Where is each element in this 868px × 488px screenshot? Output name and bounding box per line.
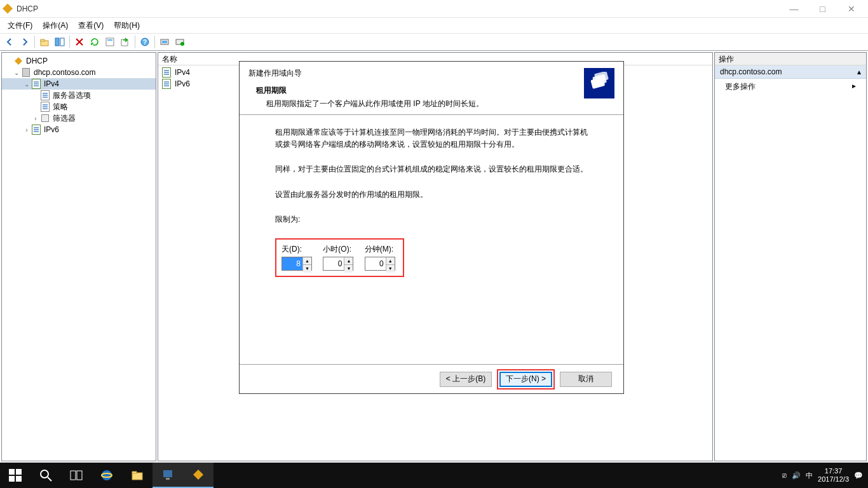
ime-indicator[interactable]: 中 xyxy=(806,471,813,480)
ipv4-icon xyxy=(162,67,172,78)
svg-point-12 xyxy=(180,42,184,46)
task-view-button[interactable] xyxy=(61,463,92,488)
tree-server-options-label: 服务器选项 xyxy=(53,90,91,101)
svg-rect-19 xyxy=(16,476,22,482)
wizard-para2: 同样，对于主要由位置固定的台式计算机组成的稳定网络来说，设置较长的租用期限更合适… xyxy=(275,163,588,175)
back-button[interactable]: < 上一步(B) xyxy=(440,372,492,387)
expander-icon[interactable]: ⌄ xyxy=(22,81,31,88)
delete-button[interactable] xyxy=(72,35,86,49)
export-button[interactable] xyxy=(118,35,132,49)
next-button[interactable]: 下一步(N) > xyxy=(499,372,552,387)
actions-panel: 操作 dhcp.contoso.com ▴ 更多操作 ▸ xyxy=(714,52,867,461)
tree-ipv6[interactable]: › IPv6 xyxy=(2,124,156,135)
svg-rect-18 xyxy=(9,476,15,482)
svg-rect-2 xyxy=(55,38,59,46)
menu-help[interactable]: 帮助(H) xyxy=(109,19,145,32)
start-button[interactable] xyxy=(0,463,31,488)
wizard-subtitle: 租用期限 xyxy=(256,85,584,96)
tree-panel: DHCP ⌄ dhcp.contoso.com ⌄ IPv4 服务器选项 策略 … xyxy=(1,52,156,461)
expander-icon[interactable]: › xyxy=(31,115,40,122)
tray-icon[interactable]: ⎚ xyxy=(782,471,787,479)
svg-rect-29 xyxy=(166,478,170,480)
expander-icon[interactable]: › xyxy=(22,126,31,133)
back-button[interactable] xyxy=(3,35,17,49)
days-down[interactable]: ▼ xyxy=(303,265,311,272)
hours-down[interactable]: ▼ xyxy=(344,265,353,272)
minimize-button[interactable]: — xyxy=(780,0,808,18)
svg-rect-27 xyxy=(132,471,137,473)
title-bar: DHCP — □ ✕ xyxy=(0,0,868,18)
minutes-down[interactable]: ▼ xyxy=(386,265,395,272)
ipv6-icon xyxy=(31,125,41,135)
refresh-button[interactable] xyxy=(88,35,102,49)
hours-up[interactable]: ▲ xyxy=(344,257,353,265)
tree-server-options[interactable]: 服务器选项 xyxy=(2,90,156,101)
notification-icon[interactable]: 💬 xyxy=(854,471,863,480)
menu-file[interactable]: 文件(F) xyxy=(3,19,37,32)
up-button[interactable] xyxy=(37,35,51,49)
menu-view[interactable]: 查看(V) xyxy=(73,19,109,32)
tree-ipv6-label: IPv6 xyxy=(44,125,59,134)
actions-more-label: 更多操作 xyxy=(725,81,756,92)
server-manager-button[interactable] xyxy=(153,463,183,488)
dhcp-app-button[interactable] xyxy=(183,463,214,488)
tree-filters[interactable]: › 筛选器 xyxy=(2,112,156,124)
close-button[interactable]: ✕ xyxy=(837,0,865,18)
search-button[interactable] xyxy=(31,463,61,488)
show-hide-button[interactable] xyxy=(53,35,67,49)
hours-spinner[interactable]: ▲▼ xyxy=(323,257,353,271)
ipv6-icon xyxy=(162,79,172,89)
forward-button[interactable] xyxy=(18,35,32,49)
svg-rect-4 xyxy=(106,38,114,46)
taskbar: ⎚ 🔊 中 17:37 2017/12/3 💬 xyxy=(0,463,868,488)
svg-rect-17 xyxy=(16,469,22,475)
svg-rect-3 xyxy=(60,38,64,46)
window-title: DHCP xyxy=(17,4,780,13)
tree-server[interactable]: ⌄ dhcp.contoso.com xyxy=(2,67,156,78)
days-up[interactable]: ▲ xyxy=(303,257,311,265)
hours-input[interactable] xyxy=(323,257,344,270)
svg-text:?: ? xyxy=(143,39,147,46)
svg-rect-16 xyxy=(9,469,15,475)
clock[interactable]: 17:37 2017/12/3 xyxy=(818,467,849,484)
minutes-input[interactable] xyxy=(365,257,386,270)
days-spinner[interactable]: ▲▼ xyxy=(281,257,312,271)
help-button[interactable]: ? xyxy=(138,35,152,49)
svg-point-24 xyxy=(102,470,112,480)
actions-more[interactable]: 更多操作 ▸ xyxy=(715,79,866,95)
tree-policies[interactable]: 策略 xyxy=(2,101,156,112)
tree-server-label: dhcp.contoso.com xyxy=(34,68,95,77)
tree-ipv4[interactable]: ⌄ IPv4 xyxy=(2,78,156,90)
svg-rect-5 xyxy=(107,39,112,41)
svg-rect-22 xyxy=(71,471,76,480)
maximize-button[interactable]: □ xyxy=(808,0,837,18)
svg-rect-28 xyxy=(163,470,172,477)
svg-rect-26 xyxy=(132,473,142,480)
days-input[interactable] xyxy=(282,257,302,270)
properties-button[interactable] xyxy=(103,35,117,49)
dhcp-tool-1[interactable] xyxy=(158,35,172,49)
ipv4-icon xyxy=(31,79,41,89)
dhcp-tool-2[interactable] xyxy=(173,35,187,49)
ie-button[interactable] xyxy=(92,463,122,488)
svg-point-20 xyxy=(41,470,48,478)
sound-icon[interactable]: 🔊 xyxy=(792,471,801,480)
actions-header: 操作 xyxy=(715,53,866,65)
svg-line-21 xyxy=(48,477,51,481)
minutes-up[interactable]: ▲ xyxy=(386,257,395,265)
list-item-label: IPv4 xyxy=(175,68,190,77)
dhcp-icon xyxy=(13,56,24,66)
actions-section[interactable]: dhcp.contoso.com ▴ xyxy=(715,65,866,79)
tree-policies-label: 策略 xyxy=(53,102,68,112)
expander-icon[interactable]: ⌄ xyxy=(12,69,21,76)
wizard-dialog: 新建作用域向导 租用期限 租用期限指定了一个客户端从此作用域使用 IP 地址的时… xyxy=(239,61,624,394)
menu-action[interactable]: 操作(A) xyxy=(37,19,73,32)
tree-root[interactable]: DHCP xyxy=(2,55,156,67)
cancel-button[interactable]: 取消 xyxy=(560,372,612,387)
collapse-icon: ▴ xyxy=(857,67,861,76)
next-highlight: 下一步(N) > xyxy=(497,369,555,390)
explorer-button[interactable] xyxy=(122,463,153,488)
days-label: 天(D): xyxy=(281,243,312,255)
minutes-spinner[interactable]: ▲▼ xyxy=(365,257,395,271)
wizard-title: 新建作用域向导 xyxy=(248,68,584,79)
